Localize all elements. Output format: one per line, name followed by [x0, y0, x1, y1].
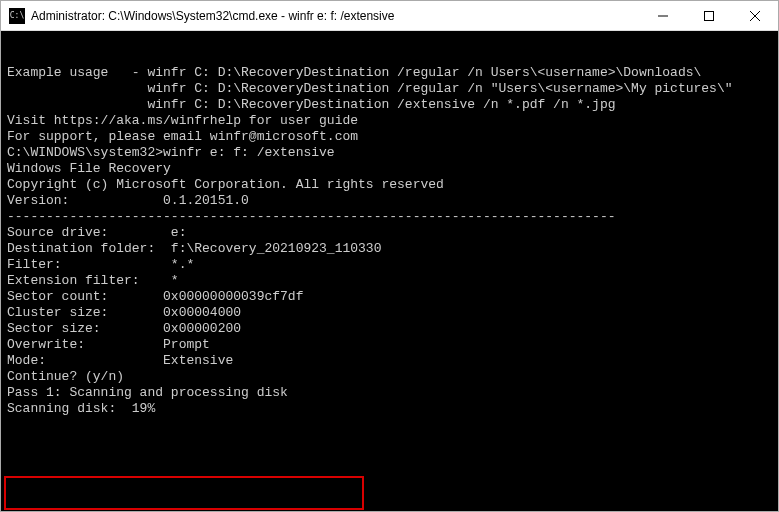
terminal-line: Sector size: 0x00000200 [7, 321, 772, 337]
terminal-line: Version: 0.1.20151.0 [7, 193, 772, 209]
terminal-line: Pass 1: Scanning and processing disk [7, 385, 772, 401]
terminal-line: For support, please email winfr@microsof… [7, 129, 772, 145]
cmd-icon: C:\ [9, 8, 25, 24]
terminal-line: Sector count: 0x00000000039cf7df [7, 289, 772, 305]
titlebar: C:\ Administrator: C:\Windows\System32\c… [1, 1, 778, 31]
terminal-line: winfr C: D:\RecoveryDestination /regular… [7, 81, 772, 97]
terminal-line: Overwrite: Prompt [7, 337, 772, 353]
terminal-line: Visit https://aka.ms/winfrhelp for user … [7, 113, 772, 129]
window-title: Administrator: C:\Windows\System32\cmd.e… [31, 9, 640, 23]
terminal-line: Extension filter: * [7, 273, 772, 289]
highlight-annotation [4, 476, 364, 510]
cmd-window: C:\ Administrator: C:\Windows\System32\c… [0, 0, 779, 512]
terminal-line: Mode: Extensive [7, 353, 772, 369]
cmd-icon-label: C:\ [10, 11, 24, 20]
terminal-line: Cluster size: 0x00004000 [7, 305, 772, 321]
close-icon [750, 11, 760, 21]
terminal-line: Scanning disk: 19% [7, 401, 772, 417]
maximize-button[interactable] [686, 1, 732, 31]
terminal-line: Source drive: e: [7, 225, 772, 241]
terminal-output[interactable]: Example usage - winfr C: D:\RecoveryDest… [1, 31, 778, 511]
terminal-line: Continue? (y/n) [7, 369, 772, 385]
terminal-line: Filter: *.* [7, 257, 772, 273]
terminal-line: Copyright (c) Microsoft Corporation. All… [7, 177, 772, 193]
terminal-line: Example usage - winfr C: D:\RecoveryDest… [7, 65, 772, 81]
close-button[interactable] [732, 1, 778, 31]
terminal-line: winfr C: D:\RecoveryDestination /extensi… [7, 97, 772, 113]
terminal-line: C:\WINDOWS\system32>winfr e: f: /extensi… [7, 145, 772, 161]
terminal-line: ----------------------------------------… [7, 209, 772, 225]
svg-rect-1 [705, 11, 714, 20]
window-controls [640, 1, 778, 31]
terminal-line: Windows File Recovery [7, 161, 772, 177]
maximize-icon [704, 11, 714, 21]
minimize-icon [658, 11, 668, 21]
terminal-line: Destination folder: f:\Recovery_20210923… [7, 241, 772, 257]
minimize-button[interactable] [640, 1, 686, 31]
